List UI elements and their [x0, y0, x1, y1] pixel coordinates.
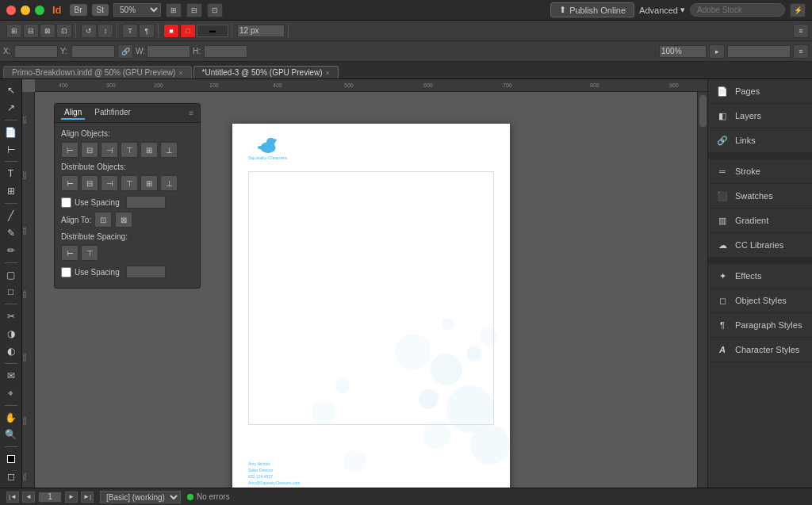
align-left-btn[interactable]: ⊢ [61, 142, 79, 158]
gradient-feather[interactable]: ◐ [2, 343, 20, 359]
rotate-btn[interactable]: ↺ [81, 24, 97, 38]
zoom-pct-input[interactable] [659, 45, 707, 58]
flip-btn[interactable]: ↕ [98, 24, 113, 38]
align-to-key[interactable]: ⊠ [115, 212, 132, 228]
scroll-thumb[interactable] [699, 95, 707, 127]
note-tool[interactable]: ✉ [2, 368, 20, 384]
align-center-h-btn[interactable]: ⊟ [81, 142, 98, 158]
align-to-btn[interactable]: ⊡ [94, 212, 112, 228]
spacing2-input[interactable] [126, 266, 166, 278]
lightning-btn[interactable]: ⚡ [790, 3, 806, 17]
align-top-btn[interactable]: ⊤ [121, 142, 138, 158]
color-swatch[interactable]: ▬ [197, 25, 228, 37]
panel-menu-btn[interactable]: ≡ [189, 109, 193, 117]
size-px-input[interactable] [727, 45, 791, 58]
dist-sp-h-btn[interactable]: ⊢ [61, 245, 79, 261]
selection-tool[interactable]: ↖ [2, 82, 20, 98]
direct-select-tool[interactable]: ↗ [2, 100, 20, 116]
fill-stroke-indicator[interactable] [2, 451, 20, 467]
view-mode-btn[interactable]: ◻ [2, 469, 20, 484]
use-spacing2-checkbox[interactable] [61, 267, 71, 277]
arrange-btn[interactable]: ⊡ [207, 3, 223, 17]
tab-close-primo[interactable]: × [178, 69, 182, 77]
maximize-button[interactable] [35, 6, 44, 15]
publish-online-button[interactable]: ⬆ Publish Online [550, 2, 634, 17]
close-button[interactable] [6, 6, 16, 15]
scrollbar-vertical[interactable] [697, 92, 707, 488]
prev-page-btn[interactable]: ◄ [22, 492, 35, 503]
panel-swatches[interactable]: ⬛ Swatches [708, 184, 812, 209]
layout-btn[interactable]: ⊞ [166, 3, 182, 17]
panel-object-styles[interactable]: ◻ Object Styles [708, 289, 812, 313]
stroke-color-btn[interactable]: □ [180, 24, 196, 38]
advanced-button[interactable]: Advanced ▾ [639, 5, 685, 15]
panel-paragraph-styles[interactable]: ¶ Paragraph Styles [708, 313, 812, 338]
tab-primo[interactable]: Primo-Breakdown.indd @ 50% (GPU Preview)… [3, 66, 192, 78]
scissors-tool[interactable]: ✂ [2, 308, 20, 324]
constrain-btn[interactable]: 🔗 [117, 44, 133, 59]
expand-btn[interactable]: ≡ [793, 24, 809, 38]
dist-bottom-btn[interactable]: ⊥ [160, 175, 178, 191]
search-input[interactable] [690, 3, 785, 17]
align-right-tb[interactable]: ⊠ [40, 24, 56, 38]
h-input[interactable] [204, 45, 247, 58]
style-select[interactable]: [Basic] (working) [100, 491, 181, 503]
expand-tb-btn[interactable]: ≡ [793, 44, 809, 59]
page-tool[interactable]: 📄 [2, 124, 20, 140]
align-center-tb[interactable]: ⊟ [23, 24, 39, 38]
dist-center-v-btn[interactable]: ⊞ [140, 175, 158, 191]
type-btn[interactable]: T [122, 24, 138, 38]
tab-untitled[interactable]: *Untitled-3 @ 50% (GPU Preview) × [193, 66, 339, 78]
arrange-tb[interactable]: ⊡ [56, 24, 72, 38]
page-number-input[interactable] [38, 492, 62, 503]
pencil-tool[interactable]: ✏ [2, 243, 20, 258]
eyedropper-tool[interactable]: ⌖ [2, 385, 20, 401]
rect-frame-tool[interactable]: ▢ [2, 267, 20, 283]
align-right-btn[interactable]: ⊣ [101, 142, 118, 158]
gap-tool[interactable]: ⊢ [2, 142, 20, 158]
panel-links[interactable]: 🔗 Links [708, 128, 812, 153]
align-center-v-btn[interactable]: ⊞ [140, 142, 158, 158]
align-tab[interactable]: Align [61, 106, 85, 120]
type-tool[interactable]: T [2, 166, 20, 182]
last-page-btn[interactable]: ►| [81, 492, 94, 503]
fill-color-btn[interactable]: ■ [163, 24, 179, 38]
bridge-btn[interactable]: Br [70, 4, 87, 16]
zoom-select[interactable]: 50% [113, 3, 161, 17]
stock-btn[interactable]: St [92, 4, 109, 16]
first-page-btn[interactable]: |◄ [6, 492, 19, 503]
pathfinder-tab[interactable]: Pathfinder [91, 106, 134, 120]
dist-right-btn[interactable]: ⊣ [101, 175, 118, 191]
zoom-tb-btn[interactable]: ▸ [709, 44, 725, 59]
paragraph-btn[interactable]: ¶ [139, 24, 155, 38]
x-input[interactable] [14, 45, 58, 58]
dist-top-btn[interactable]: ⊤ [121, 175, 138, 191]
zoom-tool[interactable]: 🔍 [2, 427, 20, 442]
gradient-tool[interactable]: ◑ [2, 326, 20, 342]
view-btn[interactable]: ⊟ [186, 3, 202, 17]
w-input[interactable] [147, 45, 190, 58]
dist-left-btn[interactable]: ⊢ [61, 175, 79, 191]
panel-cc-libraries[interactable]: ☁ CC Libraries [708, 233, 812, 258]
rect-tool[interactable]: □ [2, 285, 20, 300]
canvas-area[interactable]: 400 300 200 100 400 500 600 700 800 900 … [22, 79, 707, 488]
hand-tool[interactable]: ✋ [2, 410, 20, 426]
align-left-tb[interactable]: ⊞ [6, 24, 22, 38]
tab-close-untitled[interactable]: × [325, 69, 329, 77]
dist-center-h-btn[interactable]: ⊟ [81, 175, 98, 191]
y-input[interactable] [71, 45, 115, 58]
spacing-input[interactable] [126, 196, 166, 209]
dist-sp-v-btn[interactable]: ⊤ [81, 245, 98, 261]
panel-pages[interactable]: 📄 Pages [708, 79, 812, 104]
align-bottom-btn[interactable]: ⊥ [160, 142, 178, 158]
minimize-button[interactable] [21, 6, 30, 15]
use-spacing-checkbox[interactable] [61, 197, 71, 208]
size-input[interactable] [237, 25, 285, 37]
next-page-btn[interactable]: ► [65, 492, 78, 503]
panel-stroke[interactable]: ═ Stroke [708, 159, 812, 184]
pen-tool[interactable]: ✎ [2, 225, 20, 241]
panel-character-styles[interactable]: A Character Styles [708, 338, 812, 362]
table-tool[interactable]: ⊞ [2, 183, 20, 199]
line-tool[interactable]: ╱ [2, 208, 20, 224]
panel-gradient[interactable]: ▥ Gradient [708, 209, 812, 233]
